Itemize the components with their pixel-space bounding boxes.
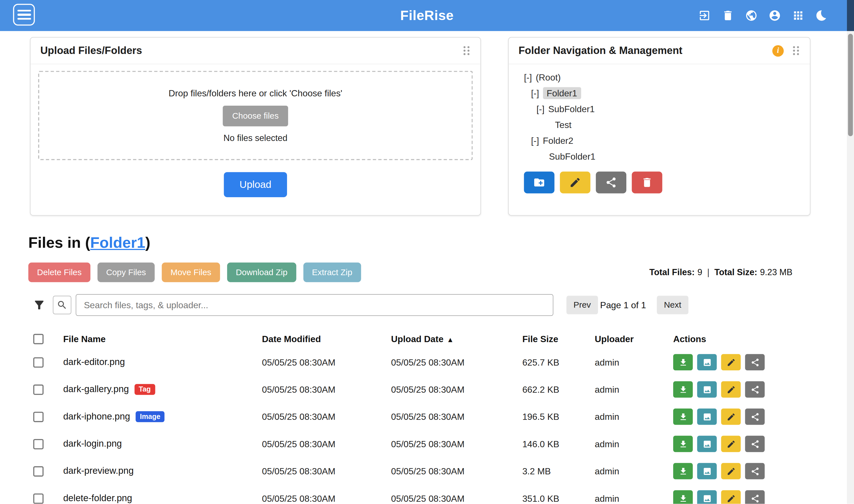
file-name[interactable]: dark-iphone.png [63, 411, 130, 422]
download-button[interactable] [673, 436, 693, 452]
tree-item-folder1[interactable]: [-]Folder1 [524, 86, 810, 102]
share-file-button[interactable] [745, 354, 764, 371]
tree-toggle[interactable]: [-] [524, 72, 532, 82]
tree-toggle[interactable]: [-] [537, 104, 544, 114]
preview-image-button[interactable] [697, 354, 717, 371]
edit-file-button[interactable] [721, 409, 741, 425]
tree-toggle[interactable]: [-] [531, 88, 539, 98]
tree-item-subfolder1[interactable]: SubFolder1 [524, 149, 810, 164]
tree-label[interactable]: Folder2 [543, 136, 574, 145]
file-name[interactable]: dark-login.png [63, 438, 122, 449]
dark-mode-icon[interactable] [815, 9, 828, 22]
next-page-button[interactable]: Next [657, 296, 688, 314]
column-uploader[interactable]: Uploader [595, 334, 673, 344]
download-button[interactable] [673, 354, 693, 371]
scrollbar[interactable] [847, 0, 854, 504]
tree-label[interactable]: Folder1 [543, 87, 581, 99]
download-button[interactable] [673, 381, 693, 398]
delete-folder-button[interactable] [632, 172, 662, 193]
select-all-checkbox[interactable] [33, 334, 44, 344]
create-folder-button[interactable] [524, 172, 555, 193]
tree-item-subfolder1[interactable]: [-]SubFolder1 [524, 102, 810, 117]
filter-icon[interactable] [33, 299, 46, 312]
tree-item-root[interactable]: [-](Root) [524, 70, 810, 86]
upload-date: 05/05/25 08:30AM [391, 466, 522, 476]
delete-files-button[interactable]: Delete Files [28, 263, 90, 282]
search-button[interactable] [53, 296, 71, 314]
row-checkbox[interactable] [33, 384, 44, 395]
search-input[interactable] [76, 294, 553, 316]
edit-file-button[interactable] [721, 490, 741, 504]
extract-zip-button[interactable]: Extract Zip [303, 263, 361, 282]
upload-date: 05/05/25 08:30AM [391, 412, 522, 422]
column-file-name[interactable]: File Name [63, 334, 262, 344]
date-modified: 05/05/25 08:30AM [262, 439, 391, 449]
row-actions [673, 490, 812, 504]
preview-image-button[interactable] [697, 463, 717, 480]
preview-image-button[interactable] [697, 381, 717, 398]
row-checkbox[interactable] [33, 357, 44, 368]
edit-file-button[interactable] [721, 354, 741, 371]
preview-image-button[interactable] [697, 409, 717, 425]
column-date-modified[interactable]: Date Modified [262, 334, 391, 344]
preview-image-button[interactable] [697, 436, 717, 452]
rename-folder-button[interactable] [560, 172, 590, 193]
tree-toggle[interactable]: [-] [531, 136, 539, 145]
column-upload-date[interactable]: Upload Date▲ [391, 334, 522, 344]
file-name[interactable]: dark-editor.png [63, 357, 125, 368]
download-button[interactable] [673, 490, 693, 504]
row-actions [673, 354, 812, 371]
row-checkbox[interactable] [33, 412, 44, 422]
trash-icon[interactable] [721, 9, 734, 22]
row-checkbox[interactable] [33, 493, 44, 504]
info-icon[interactable]: i [773, 45, 784, 56]
dropzone[interactable]: Drop files/folders here or click 'Choose… [38, 71, 473, 160]
globe-icon[interactable] [744, 9, 757, 22]
tree-item-test[interactable]: Test [524, 117, 810, 133]
tree-label[interactable]: (Root) [535, 72, 561, 82]
share-file-button[interactable] [745, 436, 764, 452]
sort-ascending-icon: ▲ [447, 335, 454, 344]
download-button[interactable] [673, 409, 693, 425]
file-name[interactable]: dark-preview.png [63, 466, 134, 476]
total-size-value: 9.23 MB [760, 268, 793, 277]
apps-grid-icon[interactable] [791, 9, 804, 22]
preview-image-button[interactable] [697, 490, 717, 504]
account-icon[interactable] [768, 9, 781, 22]
share-file-button[interactable] [745, 463, 764, 480]
choose-files-button[interactable]: Choose files [223, 105, 288, 126]
logout-icon[interactable] [698, 9, 711, 22]
move-files-button[interactable]: Move Files [162, 263, 220, 282]
tree-label[interactable]: SubFolder1 [549, 151, 595, 161]
tree-item-folder2[interactable]: [-]Folder2 [524, 133, 810, 149]
row-checkbox[interactable] [33, 439, 44, 449]
edit-file-button[interactable] [721, 436, 741, 452]
drag-handle-icon[interactable] [792, 45, 800, 56]
total-files-label: Total Files: [650, 268, 695, 277]
file-name[interactable]: dark-gallery.png [63, 384, 129, 395]
scrollbar-corner [847, 0, 854, 31]
drag-handle-icon[interactable] [462, 45, 471, 56]
copy-files-button[interactable]: Copy Files [97, 263, 155, 282]
table-body: dark-editor.png05/05/25 08:30AM05/05/25 … [28, 348, 811, 504]
table-row: delete-folder.png05/05/25 08:30AM05/05/2… [28, 485, 811, 504]
folder-link[interactable]: Folder1 [90, 234, 145, 251]
share-file-button[interactable] [745, 409, 764, 425]
scrollbar-thumb[interactable] [848, 34, 853, 136]
file-name[interactable]: delete-folder.png [63, 493, 132, 504]
share-folder-button[interactable] [596, 172, 626, 193]
tree-label[interactable]: SubFolder1 [548, 104, 595, 114]
download-button[interactable] [673, 463, 693, 480]
upload-button[interactable]: Upload [224, 172, 287, 197]
edit-file-button[interactable] [721, 381, 741, 398]
tree-label[interactable]: Test [555, 120, 571, 130]
image-badge: Image [135, 411, 165, 422]
share-file-button[interactable] [745, 490, 764, 504]
column-file-size[interactable]: File Size [522, 334, 595, 344]
edit-file-button[interactable] [721, 463, 741, 480]
prev-page-button[interactable]: Prev [566, 296, 598, 314]
download-zip-button[interactable]: Download Zip [227, 263, 296, 282]
row-checkbox[interactable] [33, 466, 44, 476]
table-row: dark-editor.png05/05/25 08:30AM05/05/25 … [28, 348, 811, 376]
share-file-button[interactable] [745, 381, 764, 398]
